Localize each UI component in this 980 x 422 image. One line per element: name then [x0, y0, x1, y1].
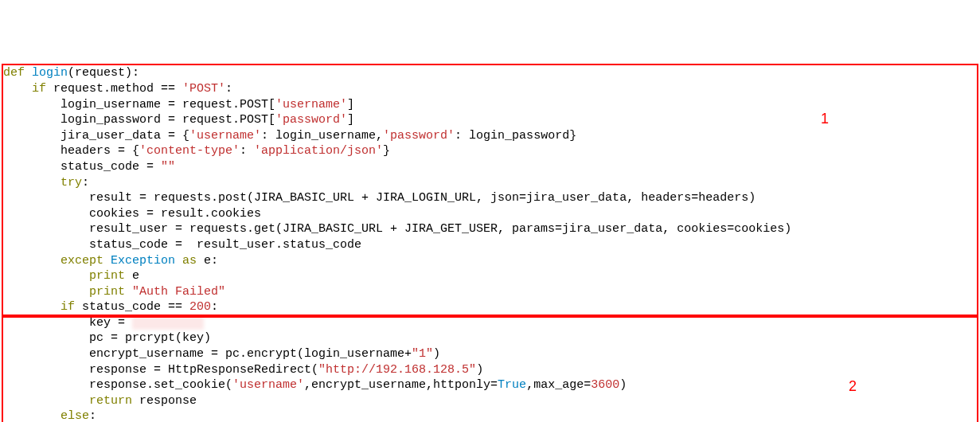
string-literal: "http://192.168.128.5": [318, 363, 476, 377]
code-text: }: [383, 144, 390, 158]
code-text: cookies = result.cookies: [3, 207, 261, 221]
code-text: login_username = request.POST[: [3, 98, 275, 111]
keyword-except: except: [61, 254, 103, 268]
code-text: (request):: [68, 66, 139, 80]
string-literal: 'content-type': [139, 144, 240, 158]
string-literal: 'password': [383, 129, 455, 143]
function-name: login: [32, 66, 68, 80]
keyword-if: if: [61, 300, 75, 314]
code-text: status_code ==: [75, 300, 189, 314]
code-text: request.method ==: [46, 82, 182, 96]
code-text: :: [211, 300, 218, 314]
annotation-label-2: 2: [849, 379, 857, 395]
keyword-def: def: [3, 66, 25, 80]
code-text: jira_user_data = {: [3, 129, 189, 143]
code-text: response = HttpResponseRedirect(: [3, 363, 318, 377]
code-text: status_code = result_user.status_code: [3, 238, 361, 252]
code-text: login_password = request.POST[: [3, 113, 275, 127]
code-block: def login(request): if request.method ==…: [3, 65, 791, 422]
keyword-if: if: [32, 82, 46, 96]
builtin-exception: Exception: [103, 254, 182, 268]
keyword-try: try: [61, 176, 82, 190]
code-text: :: [89, 409, 96, 422]
keyword-as: as: [182, 254, 197, 268]
keyword-print: print: [89, 269, 125, 283]
number-literal: 200: [189, 300, 211, 314]
code-text: ): [433, 347, 440, 361]
keyword-else: else: [61, 409, 89, 422]
keyword-print: print: [89, 285, 125, 299]
code-text: ]: [347, 98, 354, 111]
code-text: :: [82, 176, 89, 190]
keyword-return: return: [89, 394, 132, 408]
code-text: e:: [197, 254, 218, 268]
code-text: : login_username,: [261, 129, 383, 143]
string-literal: "": [161, 160, 175, 174]
code-text: :: [225, 82, 232, 96]
code-text: ): [476, 363, 483, 377]
code-text: ): [619, 378, 627, 392]
string-literal: "1": [412, 347, 433, 361]
string-literal: "Auth Failed": [125, 285, 225, 299]
code-text: response.set_cookie(: [3, 378, 232, 392]
code-text: status_code =: [3, 160, 161, 174]
string-literal: 'password': [275, 113, 347, 127]
string-literal: 'username': [275, 98, 347, 111]
annotation-label-1: 1: [821, 111, 829, 127]
string-literal: 'POST': [182, 82, 225, 96]
code-text: ,encrypt_username,httponly=: [304, 378, 498, 392]
code-text: e: [125, 269, 139, 283]
code-text: pc = prcrypt(key): [3, 331, 211, 345]
boolean-literal: True: [498, 378, 526, 392]
screenshot-container: def login(request): if request.method ==…: [0, 62, 980, 422]
code-text: : login_password}: [455, 129, 576, 143]
code-text: headers = {: [3, 144, 139, 158]
redacted-text: [132, 316, 204, 330]
code-text: result = requests.post(JIRA_BASIC_URL + …: [3, 191, 755, 205]
code-text: :: [240, 144, 254, 158]
number-literal: 3600: [591, 378, 619, 392]
code-text: ]: [347, 113, 354, 127]
code-text: key =: [3, 316, 132, 330]
code-text: response: [132, 394, 197, 408]
code-text: encrypt_username = pc.encrypt(login_user…: [3, 347, 412, 361]
string-literal: 'application/json': [254, 144, 383, 158]
string-literal: 'username': [189, 129, 261, 143]
code-text: ,max_age=: [526, 378, 591, 392]
string-literal: 'username': [232, 378, 304, 392]
code-text: result_user = requests.get(JIRA_BASIC_UR…: [3, 222, 791, 236]
